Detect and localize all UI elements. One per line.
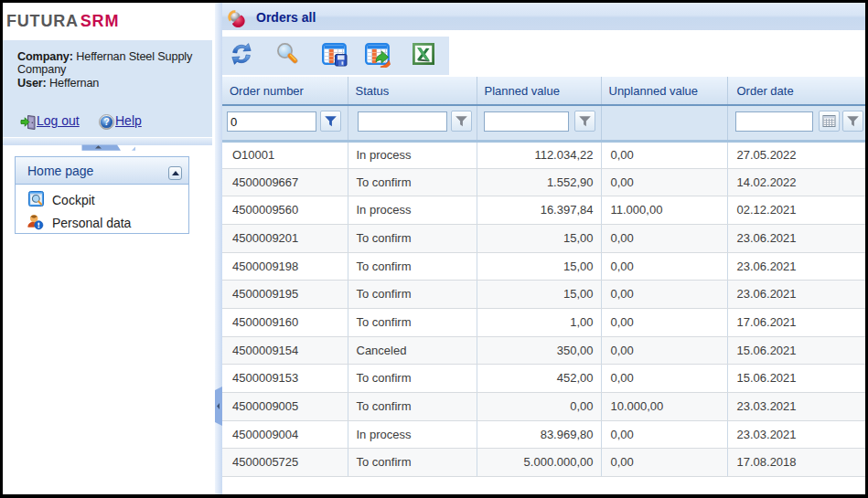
svg-text:?: ? (103, 116, 109, 127)
